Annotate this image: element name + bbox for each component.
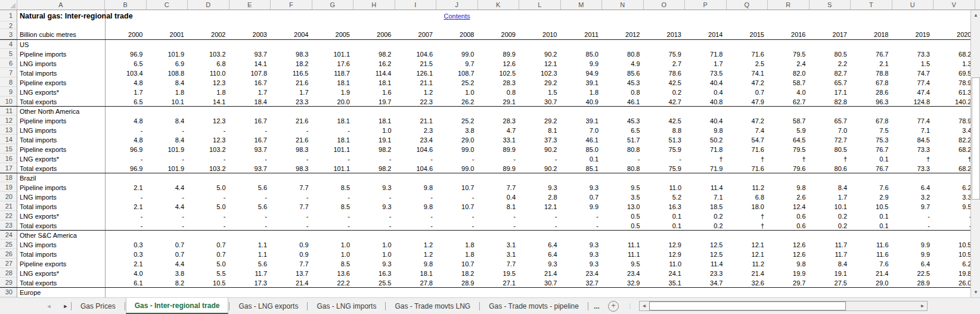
year-cell[interactable]: 2020 xyxy=(934,30,975,39)
cell[interactable]: 1.6 xyxy=(353,88,395,97)
cell[interactable]: - xyxy=(395,154,437,164)
cell[interactable]: 21.1 xyxy=(395,116,437,126)
cell[interactable]: - xyxy=(271,126,312,135)
year-cell[interactable]: 2019 xyxy=(892,30,934,39)
cell[interactable]: 12.1 xyxy=(519,59,561,69)
cell[interactable]: 104.6 xyxy=(395,145,437,154)
cell[interactable]: 6.8 xyxy=(727,192,768,202)
cell[interactable]: 65.7 xyxy=(810,116,851,126)
cell[interactable]: 5.6 xyxy=(230,259,271,269)
cell[interactable]: 89.9 xyxy=(478,145,520,154)
cell[interactable]: 0.7 xyxy=(147,240,188,250)
cell[interactable]: - xyxy=(892,221,934,231)
cell[interactable]: 96.9 xyxy=(105,164,147,173)
cell[interactable]: 47.2 xyxy=(727,78,768,88)
cell[interactable]: - xyxy=(436,192,478,202)
cell[interactable]: 16.7 xyxy=(230,78,271,88)
select-all-corner[interactable] xyxy=(0,0,17,10)
cell[interactable]: 1.0 xyxy=(353,240,395,250)
cell[interactable]: - xyxy=(271,154,312,164)
cell[interactable]: - xyxy=(105,192,147,202)
year-cell[interactable]: 2005 xyxy=(312,30,354,39)
cell[interactable]: - xyxy=(395,212,437,221)
cell[interactable]: 45.3 xyxy=(602,116,644,126)
cell[interactable]: 13.7 xyxy=(271,269,312,278)
cell[interactable]: 21.6 xyxy=(271,78,312,88)
year-cell[interactable]: 2008 xyxy=(436,30,478,39)
cell[interactable]: 0.7 xyxy=(147,250,188,259)
cell[interactable]: 9.8 xyxy=(768,183,810,192)
cell[interactable]: 73.3 xyxy=(892,164,934,173)
cell[interactable]: 13.6 xyxy=(312,269,354,278)
cell[interactable]: 5.9 xyxy=(768,126,810,135)
cell[interactable]: 84.5 xyxy=(892,135,934,145)
cell[interactable]: 67.8 xyxy=(851,78,892,88)
cell[interactable]: 27.5 xyxy=(810,278,851,288)
cell[interactable]: † xyxy=(810,154,851,164)
cell[interactable]: 12.4 xyxy=(768,202,810,212)
cell[interactable]: 80.6 xyxy=(810,164,851,173)
section-label[interactable]: Brazil xyxy=(17,173,137,183)
cell[interactable]: 22.3 xyxy=(395,97,437,107)
cell[interactable]: 21.4 xyxy=(519,269,561,278)
cell[interactable]: 4.8 xyxy=(105,135,147,145)
cell[interactable]: - xyxy=(478,221,520,231)
cell[interactable]: 101.9 xyxy=(147,145,188,154)
cell[interactable]: 101.9 xyxy=(147,164,188,173)
cell[interactable]: - xyxy=(436,154,478,164)
cell[interactable]: 69.5 xyxy=(934,69,975,78)
cell[interactable]: 11.7 xyxy=(810,240,851,250)
cell[interactable]: - xyxy=(934,212,975,221)
cell[interactable]: 12.6 xyxy=(768,240,810,250)
cell[interactable]: 19.9 xyxy=(768,269,810,278)
cell[interactable]: 80.5 xyxy=(810,145,851,154)
cell[interactable]: 78.6 xyxy=(644,69,686,78)
cell[interactable]: 67.8 xyxy=(851,116,892,126)
cell[interactable]: 2.3 xyxy=(395,126,437,135)
cell[interactable]: 28.3 xyxy=(478,116,520,126)
cell[interactable]: 1.8 xyxy=(436,250,478,259)
cell[interactable]: 6.4 xyxy=(519,250,561,259)
cell[interactable]: - xyxy=(147,126,188,135)
cell[interactable]: 2.6 xyxy=(768,192,810,202)
cell[interactable]: 98.2 xyxy=(353,49,395,59)
cell[interactable]: 73.5 xyxy=(685,69,727,78)
cell[interactable]: 102.3 xyxy=(519,69,561,78)
cell[interactable]: 51.7 xyxy=(602,135,644,145)
cell[interactable]: 0.3 xyxy=(105,250,147,259)
column-header[interactable]: V xyxy=(934,0,975,10)
column-header[interactable]: I xyxy=(395,0,437,10)
cell[interactable]: 0.5 xyxy=(602,212,644,221)
cell[interactable]: 82.2 xyxy=(934,135,975,145)
cell[interactable]: 0.8 xyxy=(478,88,520,97)
cell[interactable]: 12.1 xyxy=(727,250,768,259)
cell[interactable]: 23.4 xyxy=(561,269,603,278)
cell[interactable]: 18.0 xyxy=(727,202,768,212)
cell[interactable]: 4.4 xyxy=(147,183,188,192)
cell[interactable]: 16.7 xyxy=(230,116,271,126)
cell[interactable]: 98.2 xyxy=(353,164,395,173)
cell[interactable]: 18.1 xyxy=(395,269,437,278)
cell[interactable]: 39.1 xyxy=(561,78,603,88)
cell[interactable]: 27.8 xyxy=(395,278,437,288)
cell[interactable]: - xyxy=(105,126,147,135)
cell[interactable]: 6.4 xyxy=(892,259,934,269)
cell[interactable]: - xyxy=(271,192,312,202)
cell[interactable]: - xyxy=(147,192,188,202)
cell[interactable]: 114.4 xyxy=(353,69,395,78)
cell[interactable]: 8.1 xyxy=(519,126,561,135)
cell[interactable]: 98.3 xyxy=(271,164,312,173)
cell[interactable]: 25.2 xyxy=(436,78,478,88)
cell[interactable]: 40.9 xyxy=(561,97,603,107)
cell[interactable]: 3.5 xyxy=(602,192,644,202)
cell[interactable]: 12.1 xyxy=(519,202,561,212)
cell[interactable]: 71.9 xyxy=(685,164,727,173)
cell[interactable]: 98.2 xyxy=(353,145,395,154)
tab-scroll-left-icon[interactable]: ◄ xyxy=(44,303,54,309)
year-cell[interactable]: 2018 xyxy=(851,30,892,39)
cell[interactable]: 2.7 xyxy=(644,59,686,69)
cell[interactable]: 9.9 xyxy=(561,202,603,212)
cell[interactable]: 4.7 xyxy=(478,126,520,135)
cell[interactable]: 4.0 xyxy=(105,269,147,278)
cell[interactable]: 18.1 xyxy=(312,116,354,126)
